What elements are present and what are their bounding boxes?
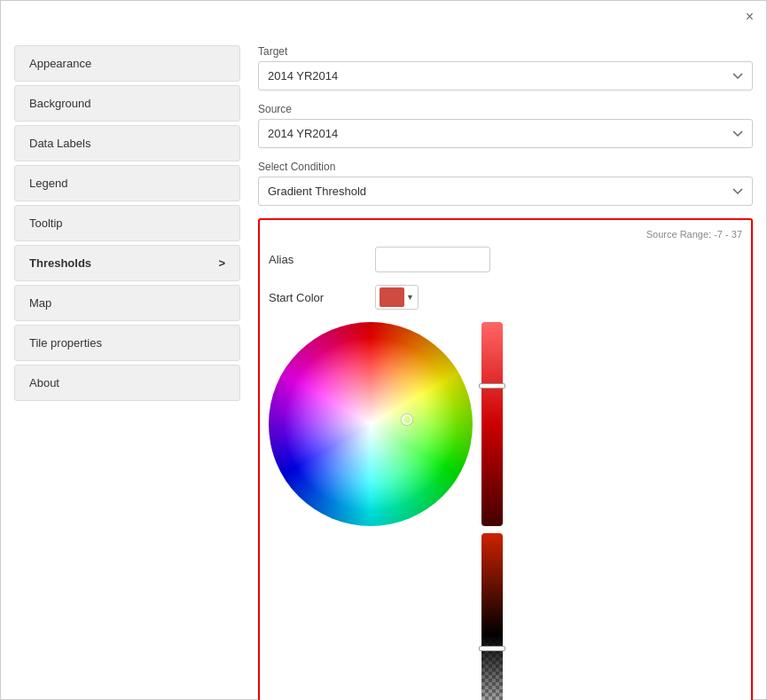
color-picker-main [269,322,742,700]
color-sliders [481,322,503,700]
close-button[interactable]: × [746,10,754,24]
wheel-cursor[interactable] [402,414,412,425]
sidebar-item-about[interactable]: About [14,365,240,401]
sidebar-item-thresholds[interactable]: Thresholds > [14,245,240,281]
condition-label: Select Condition [258,161,753,173]
start-color-label: Start Color [269,291,375,304]
source-range-label: Source Range: -7 - 37 [269,229,742,240]
alias-row: Alias [269,247,742,272]
sidebar-item-background[interactable]: Background [14,85,240,122]
color-wheel[interactable] [269,322,473,526]
color-picker-panel: Source Range: -7 - 37 Alias Start Color … [258,218,753,700]
hue-slider[interactable] [481,322,503,526]
sidebar-item-tile-properties[interactable]: Tile properties [14,325,240,361]
color-wheel-container[interactable] [269,322,473,526]
alpha-slider[interactable] [481,533,503,700]
alias-label: Alias [269,253,375,266]
settings-dialog: × Appearance Background Data Labels Lege… [0,0,767,700]
source-select[interactable]: 2014 YR2014 [258,119,753,148]
target-label: Target [258,45,753,58]
source-group: Source 2014 YR2014 [258,103,753,148]
alpha-slider-handle[interactable] [479,646,505,651]
start-color-row: Start Color ▼ [269,285,742,310]
sidebar-item-appearance[interactable]: Appearance [14,45,240,82]
start-color-arrow: ▼ [406,293,414,302]
alias-input[interactable] [375,247,490,272]
condition-group: Select Condition Gradient Threshold [258,161,753,206]
sidebar: Appearance Background Data Labels Legend… [14,45,240,405]
sidebar-item-legend[interactable]: Legend [14,165,240,201]
sidebar-item-data-labels[interactable]: Data Labels [14,125,240,161]
main-content: Target 2014 YR2014 Source 2014 YR2014 Se… [258,45,753,686]
hue-slider-handle[interactable] [479,383,505,389]
sidebar-thresholds-arrow: > [218,256,225,270]
sidebar-thresholds-label: Thresholds [29,256,91,270]
target-group: Target 2014 YR2014 [258,45,753,90]
start-color-swatch-btn[interactable]: ▼ [375,285,419,310]
condition-select[interactable]: Gradient Threshold [258,177,753,206]
sidebar-item-map[interactable]: Map [14,285,240,321]
sidebar-item-tooltip[interactable]: Tooltip [14,205,240,241]
start-color-swatch [380,287,404,307]
target-select[interactable]: 2014 YR2014 [258,61,753,90]
source-label: Source [258,103,753,115]
